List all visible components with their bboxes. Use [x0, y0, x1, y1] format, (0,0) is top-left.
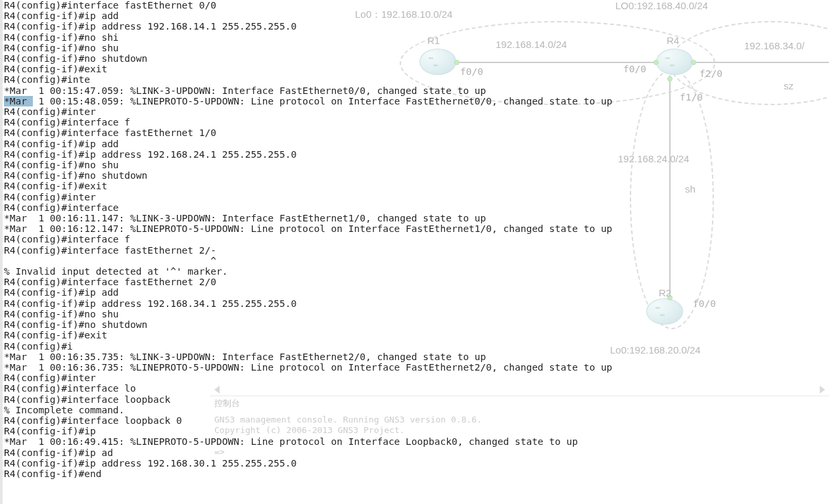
terminal-line: *Mar 1 00:16:12.147: %LINEPROTO-5-UPDOWN… — [4, 223, 829, 234]
terminal-line: R4(config-if)#ip — [4, 426, 829, 436]
terminal-line: R4(config)#i — [4, 341, 829, 352]
terminal-line: R4(config-if)#ip add — [4, 11, 829, 21]
terminal-line: *Mar 1 00:15:48.059: %LINEPROTO-5-UPDOWN… — [4, 96, 829, 106]
terminal-line: R4(config)#inter — [4, 192, 829, 202]
terminal-line: R4(config-if)#ip ad — [4, 447, 829, 458]
terminal-line: R4(config-if)#ip address 192.168.34.1 25… — [4, 298, 829, 309]
terminal-line: R4(config)#inter — [4, 106, 829, 117]
terminal-line: R4(config)#inter — [4, 373, 829, 383]
terminal-line: R4(config-if)#end — [4, 469, 829, 479]
terminal-line: *Mar 1 00:16:11.147: %LINK-3-UPDOWN: Int… — [4, 213, 829, 223]
terminal-line: R4(config-if)#no shu — [4, 160, 829, 170]
text-selection: *Mar — [4, 96, 33, 106]
terminal-line: R4(config)#interface fastEthernet 1/0 — [4, 127, 829, 138]
terminal-line: R4(config)#interface loopback — [4, 394, 829, 405]
terminal-line: *Mar 1 00:16:36.735: %LINEPROTO-5-UPDOWN… — [4, 362, 829, 373]
terminal-line: R4(config-if)#exit — [4, 64, 829, 74]
terminal-line: R4(config)#interface f — [4, 234, 829, 244]
terminal-line: R4(config-if)#no shu — [4, 43, 829, 53]
terminal-line: R4(config-if)#no shu — [4, 309, 829, 319]
terminal-line: R4(config-if)#ip address 192.168.14.1 25… — [4, 21, 829, 32]
terminal-output[interactable]: R4(config)#interface fastEthernet 0/0R4(… — [4, 0, 829, 479]
terminal-line: R4(config-if)#no shutdown — [4, 319, 829, 330]
terminal-line: R4(config)#interface fastEthernet 2/0 — [4, 277, 829, 287]
terminal-line: R4(config)#interface loopback 0 — [4, 415, 829, 426]
terminal-line: R4(config-if)#exit — [4, 181, 829, 191]
terminal-line: R4(config-if)#ip add — [4, 287, 829, 298]
terminal-line: R4(config)#interface fastEthernet 0/0 — [4, 0, 829, 11]
terminal-line: *Mar 1 00:15:47.059: %LINK-3-UPDOWN: Int… — [4, 85, 829, 96]
terminal-line: R4(config-if)#ip address 192.168.24.1 25… — [4, 149, 829, 160]
terminal-line: R4(config-if)#exit — [4, 330, 829, 340]
terminal-line: R4(config)#interface fastEthernet 2/- — [4, 245, 829, 256]
terminal-line: % Invalid input detected at '^' marker. — [4, 266, 829, 277]
terminal-line: R4(config-if)#no shutdown — [4, 53, 829, 64]
terminal-line: R4(config-if)#ip address 192.168.30.1 25… — [4, 458, 829, 469]
terminal-line: % Incomplete command. — [4, 405, 829, 415]
terminal-line: R4(config-if)#no shi — [4, 32, 829, 43]
terminal-text: 1 00:15:48.059: %LINEPROTO-5-UPDOWN: Lin… — [33, 96, 613, 106]
terminal-line: R4(config)#interface lo — [4, 383, 829, 394]
terminal-line: R4(config-if)#ip add — [4, 139, 829, 149]
left-gutter — [0, 0, 3, 504]
terminal-line: R4(config)#interface — [4, 202, 829, 213]
terminal-line: *Mar 1 00:16:35.735: %LINK-3-UPDOWN: Int… — [4, 352, 829, 362]
terminal-line: R4(config)#inte — [4, 74, 829, 85]
terminal-line: R4(config)#interface f — [4, 117, 829, 127]
terminal-line: R4(config-if)#no shutdown — [4, 170, 829, 181]
terminal-line: *Mar 1 00:16:49.415: %LINEPROTO-5-UPDOWN… — [4, 436, 829, 447]
terminal-line: ^ — [4, 256, 829, 266]
